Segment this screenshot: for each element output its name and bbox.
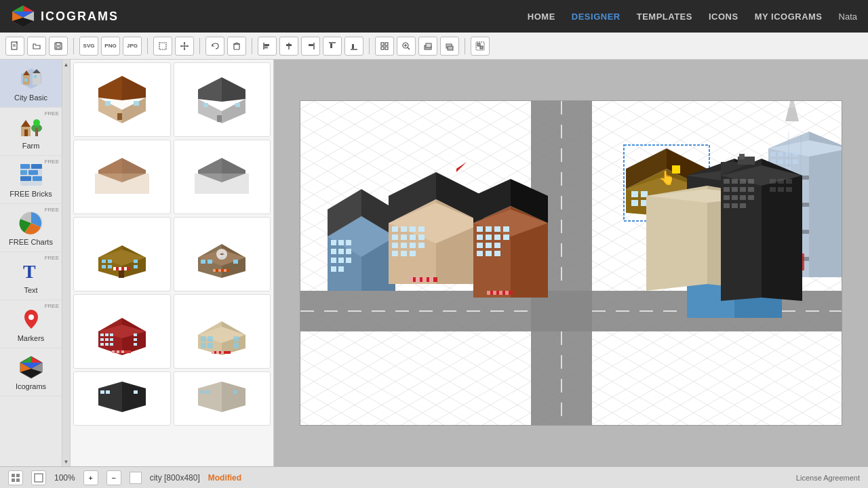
- group-button[interactable]: [471, 37, 490, 56]
- svg-rect-353: [748, 187, 754, 192]
- svg-rect-28: [286, 44, 292, 46]
- zoom-out-statusbar[interactable]: −: [106, 470, 121, 485]
- svg-marker-82: [98, 76, 122, 100]
- item-thumb-shop1[interactable]: [174, 294, 271, 369]
- svg-rect-61: [35, 128, 38, 136]
- layer-up-button[interactable]: [418, 37, 437, 56]
- align-top-button[interactable]: [323, 37, 342, 56]
- zoom-in-button[interactable]: [397, 37, 416, 56]
- grid-view-button[interactable]: [8, 470, 23, 485]
- svg-rect-106: [108, 265, 112, 268]
- svg-rect-144: [121, 350, 124, 353]
- scroll-handle[interactable]: ▲ ▼: [62, 60, 71, 466]
- export-svg-button[interactable]: SVG: [79, 37, 98, 56]
- svg-rect-139: [134, 338, 137, 341]
- text-icon: T: [18, 258, 45, 285]
- svg-rect-204: [401, 235, 407, 240]
- svg-rect-237: [486, 251, 492, 256]
- scroll-up-arrow[interactable]: ▲: [63, 61, 70, 68]
- svg-rect-99: [195, 174, 249, 194]
- svg-marker-58: [21, 120, 31, 127]
- svg-rect-119: [233, 260, 238, 264]
- logo-icon: [11, 4, 35, 28]
- item-thumb-bottom1[interactable]: [73, 371, 171, 426]
- svg-rect-203: [392, 235, 398, 240]
- nav-designer[interactable]: DESIGNER: [572, 12, 620, 22]
- bg-color-swatch[interactable]: [130, 472, 142, 484]
- svg-rect-151: [208, 343, 213, 348]
- logo-text: ICOGRAMS: [41, 9, 119, 24]
- svg-rect-354: [724, 195, 730, 200]
- svg-rect-105: [102, 265, 106, 268]
- svg-rect-118: [208, 260, 212, 264]
- svg-rect-229: [477, 235, 483, 240]
- zoom-in-statusbar[interactable]: +: [83, 470, 98, 485]
- charts-label: FREE Charts: [9, 238, 53, 246]
- align-center-button[interactable]: [279, 37, 298, 56]
- svg-rect-319: [778, 152, 783, 157]
- delete-button[interactable]: [227, 37, 246, 56]
- svg-rect-56: [34, 75, 37, 78]
- scroll-down-arrow[interactable]: ▼: [63, 458, 70, 465]
- svg-marker-158: [98, 382, 122, 412]
- sep4: [252, 38, 252, 54]
- align-bottom-button[interactable]: [344, 37, 363, 56]
- svg-text:☕: ☕: [218, 251, 226, 259]
- open-file-button[interactable]: [27, 37, 46, 56]
- svg-rect-218: [416, 277, 420, 282]
- align-right-button[interactable]: [301, 37, 320, 56]
- bricks-free: FREE: [45, 159, 59, 165]
- item-thumb-top1[interactable]: [73, 140, 171, 214]
- sidebar-item-bricks[interactable]: FREE FREE Bricks: [0, 156, 62, 204]
- svg-rect-125: [224, 269, 226, 272]
- svg-rect-53: [33, 73, 41, 85]
- item-thumb-brick1[interactable]: [73, 217, 171, 291]
- svg-rect-104: [108, 260, 112, 263]
- logo-area: ICOGRAMS: [11, 4, 119, 28]
- sidebar-item-text[interactable]: FREE T Text: [0, 252, 62, 300]
- svg-rect-210: [418, 243, 425, 248]
- zoom-fit-button[interactable]: [375, 37, 394, 56]
- svg-rect-207: [392, 243, 398, 248]
- export-jpg-button[interactable]: JPG: [123, 37, 142, 56]
- item-thumb-1[interactable]: [73, 62, 171, 137]
- frame-view-button[interactable]: [31, 470, 46, 485]
- canvas-area[interactable]: 👆: [274, 60, 868, 466]
- save-file-button[interactable]: [49, 37, 68, 56]
- item-thumb-top2[interactable]: [174, 140, 271, 214]
- new-file-button[interactable]: [5, 37, 24, 56]
- svg-rect-347: [732, 179, 738, 184]
- svg-rect-212: [401, 251, 407, 256]
- item-thumb-apt1[interactable]: [73, 294, 171, 369]
- item-thumb-bottom2[interactable]: [174, 371, 271, 426]
- nav-myicograms[interactable]: MY ICOGRAMS: [755, 12, 823, 22]
- align-left-button[interactable]: [258, 37, 277, 56]
- svg-rect-356: [740, 195, 746, 200]
- svg-rect-152: [233, 336, 239, 342]
- select-tool-button[interactable]: [153, 37, 172, 56]
- sidebar-item-charts[interactable]: FREE FREE Charts: [0, 204, 62, 252]
- svg-text:T: T: [23, 261, 36, 282]
- svg-rect-64: [20, 164, 30, 169]
- item-thumb-2[interactable]: [174, 62, 271, 137]
- layer-down-button[interactable]: [440, 37, 459, 56]
- sep3: [199, 38, 200, 54]
- sidebar-item-farm[interactable]: FREE Farm: [0, 108, 62, 156]
- move-tool-button[interactable]: [175, 37, 194, 56]
- export-png-button[interactable]: PNG: [101, 37, 120, 56]
- svg-point-62: [33, 119, 40, 126]
- svg-rect-371: [12, 479, 15, 482]
- item-thumb-brick2[interactable]: ☕: [174, 217, 271, 291]
- undo-button[interactable]: [205, 37, 224, 56]
- bricks-icon: [18, 161, 45, 188]
- nav-templates[interactable]: TEMPLATES: [637, 12, 692, 22]
- nav-home[interactable]: HOME: [528, 12, 555, 22]
- nav-icons[interactable]: ICONS: [709, 12, 738, 22]
- svg-rect-137: [110, 343, 113, 346]
- sidebar-item-city-basic[interactable]: City Basic: [0, 60, 62, 108]
- sidebar-item-markers[interactable]: FREE Markers: [0, 300, 62, 348]
- svg-rect-130: [105, 333, 108, 336]
- sidebar-item-icograms[interactable]: Icograms: [0, 348, 62, 396]
- svg-rect-184: [338, 240, 344, 245]
- items-panel: ☕: [71, 60, 274, 466]
